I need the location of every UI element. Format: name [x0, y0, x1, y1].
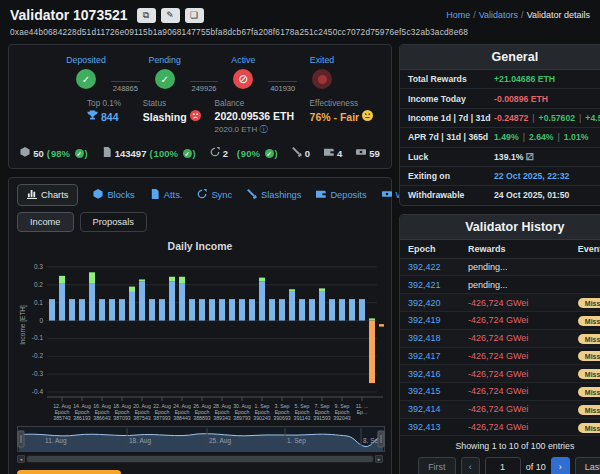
- svg-text:26. AugEpoch388893: 26. AugEpoch388893: [193, 403, 211, 421]
- attestations-counter[interactable]: 143497(100% ✓): [102, 147, 196, 159]
- breadcrumb: Home/Validators/Validator details: [446, 10, 590, 20]
- epoch-link[interactable]: 392,419: [408, 315, 468, 325]
- event-badge: Miss.: [578, 298, 600, 308]
- svg-text:25. Aug: 25. Aug: [209, 437, 231, 445]
- breadcrumb-validators[interactable]: Validators: [479, 10, 518, 20]
- chart-title: Daily Income: [17, 240, 383, 252]
- epoch-link[interactable]: 392,418: [408, 333, 468, 343]
- svg-text:3. SepEpoch390693: 3. SepEpoch390693: [273, 403, 290, 421]
- scrollbar-track[interactable]: [26, 455, 374, 463]
- pagination-last-button[interactable]: Last: [575, 457, 600, 474]
- epoch-link[interactable]: 392,422: [408, 262, 468, 272]
- svg-text:0: 0: [39, 317, 43, 324]
- topbar: Validator 1073521 ⧉ ✎ ❏ Home/Validators/…: [0, 0, 600, 23]
- copy-button[interactable]: ⧉: [137, 8, 156, 23]
- exit-epoch: 401930: [270, 84, 295, 93]
- effectiveness-label: Effectiveness: [310, 99, 377, 108]
- stage-label[interactable]: Deposited: [66, 55, 106, 65]
- pagination-prev-button[interactable]: ‹: [461, 457, 480, 474]
- validator-history-card: Validator History Epoch Rewards Events 3…: [399, 214, 600, 474]
- pagination-page-input[interactable]: [485, 457, 521, 474]
- bookmark-button[interactable]: ❏: [185, 8, 204, 23]
- lifecycle-connector: 248865: [111, 81, 140, 82]
- stage-label[interactable]: Exited: [310, 55, 334, 65]
- status-label: Status: [143, 99, 201, 108]
- svg-text:0.2: 0.2: [34, 281, 43, 288]
- history-pagination: First ‹ of 10 › Last: [400, 453, 600, 474]
- chart-footer: Show all rewards Execution Income Consen…: [17, 470, 383, 474]
- tab-attestations[interactable]: Atts.: [150, 185, 183, 205]
- svg-text:22. AugEpoch387993: 22. AugEpoch387993: [153, 403, 171, 421]
- info-icon[interactable]: ⓘ: [260, 125, 268, 134]
- history-row: 392,417-426,724 GWeiMiss.: [400, 348, 600, 366]
- blocks-counter[interactable]: 50(98% ✓): [20, 147, 88, 159]
- pagination-first-button[interactable]: First: [418, 457, 456, 474]
- rank-value[interactable]: 844: [101, 111, 119, 123]
- svg-text:-0.1: -0.1: [32, 334, 44, 341]
- svg-text:Income [ETH]: Income [ETH]: [19, 305, 27, 345]
- banknote-icon: [356, 147, 366, 159]
- svg-text:-0.2: -0.2: [32, 352, 44, 359]
- show-all-rewards-button[interactable]: Show all rewards: [17, 470, 121, 474]
- daily-income-chart[interactable]: 0.30.20.10-0.1-0.2-0.3-0.4Income [ETH]12…: [17, 252, 385, 424]
- event-badge: Miss.: [578, 351, 600, 361]
- check-circle-icon: ✓: [155, 69, 175, 89]
- epoch-link[interactable]: 392,413: [408, 422, 468, 432]
- validator-pubkey: 0xae44b0684228d51d11726e09115b1a90681477…: [0, 23, 600, 44]
- scroll-left-icon[interactable]: ◂: [17, 455, 25, 463]
- svg-text:24. AugEpoch388443: 24. AugEpoch388443: [173, 403, 191, 421]
- stage-label[interactable]: Pending: [149, 55, 181, 65]
- event-badge: Miss.: [578, 334, 600, 344]
- chart-navigator[interactable]: 11. Aug18. Aug25. Aug1. Sep8. Sep: [17, 426, 385, 452]
- axe-icon: [247, 189, 257, 201]
- lifecycle-connector: 249926: [190, 81, 219, 82]
- check-icon: ✓: [75, 149, 84, 158]
- svg-text:20. AugEpoch387543: 20. AugEpoch387543: [133, 403, 151, 421]
- check-circle-icon: ✓: [76, 69, 96, 89]
- axe-icon: [292, 147, 302, 159]
- withdrawals-counter[interactable]: 59: [356, 147, 380, 159]
- blocks-count: 50: [33, 148, 44, 159]
- active-epoch: 249926: [191, 84, 216, 93]
- copy-icon: ⧉: [143, 10, 149, 20]
- epoch-link[interactable]: 392,420: [408, 298, 468, 308]
- subtab-income[interactable]: Income: [17, 212, 74, 232]
- tab-deposits[interactable]: Deposits: [316, 185, 366, 205]
- chart-icon: [27, 189, 37, 201]
- general-row-income-today: Income Today -0.00896 ETH: [400, 89, 600, 108]
- slashings-counter[interactable]: 0: [292, 147, 310, 159]
- history-row: 392,418-426,724 GWeiMiss.: [400, 330, 600, 348]
- epoch-link[interactable]: 392,417: [408, 351, 468, 361]
- svg-text:11. Aug: 11. Aug: [45, 437, 67, 445]
- tab-slashings[interactable]: Slashings: [247, 185, 301, 205]
- scroll-right-icon[interactable]: ▸: [375, 455, 383, 463]
- deposits-counter[interactable]: 4: [324, 147, 342, 159]
- tab-sync[interactable]: Sync: [197, 185, 232, 205]
- exiting-on-value[interactable]: 22 Oct 2025, 22:32: [494, 171, 569, 181]
- effective-balance: 2020.0 ETH: [215, 125, 258, 134]
- dice-icon: ⚂: [525, 152, 533, 162]
- stage-label[interactable]: Active: [231, 55, 255, 65]
- tab-charts[interactable]: Charts: [17, 184, 78, 206]
- epoch-link[interactable]: 392,421: [408, 280, 468, 290]
- breadcrumb-home[interactable]: Home: [446, 10, 470, 20]
- lifecycle-stage-pending: Pending ✓: [140, 55, 190, 89]
- epoch-link[interactable]: 392,414: [408, 404, 468, 414]
- epoch-link[interactable]: 392,415: [408, 386, 468, 396]
- scrollbar-thumb[interactable]: [27, 456, 373, 462]
- subtab-proposals[interactable]: Proposals: [80, 212, 147, 232]
- epoch-link[interactable]: 392,416: [408, 369, 468, 379]
- chart-scrollbar[interactable]: ◂ ▸: [17, 455, 383, 463]
- banknote-icon: [382, 189, 392, 201]
- history-column-headers: Epoch Rewards Events: [400, 240, 600, 259]
- tab-blocks[interactable]: Blocks: [93, 185, 134, 205]
- history-row: 392,413-426,724 GWeiMiss.: [400, 419, 600, 437]
- sync-counter[interactable]: 2 (90% ✓): [210, 147, 278, 159]
- svg-text:16. AugEpoch386643: 16. AugEpoch386643: [93, 403, 111, 421]
- edit-button[interactable]: ✎: [161, 8, 180, 23]
- history-showing-text: Showing 1 to 10 of 100 entries: [400, 436, 600, 453]
- lifecycle-connector: 401930: [268, 81, 297, 82]
- pagination-next-button[interactable]: ›: [551, 457, 570, 474]
- svg-text:18. AugEpoch387093: 18. AugEpoch387093: [113, 403, 131, 421]
- svg-text:11. ...Ep...: 11. ...Ep...: [356, 403, 369, 415]
